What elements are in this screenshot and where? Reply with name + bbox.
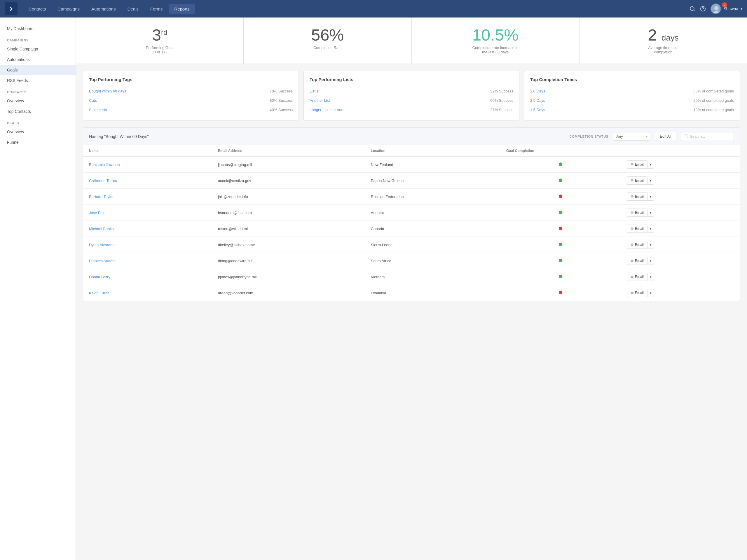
email-btn-wrap-5: ✉ Email ▾ — [627, 241, 734, 249]
user-menu[interactable]: 2 Shawna ▾ — [711, 3, 742, 14]
email-button-6[interactable]: ✉ Email — [627, 257, 647, 265]
contact-name-link-6[interactable]: Frances Adams — [89, 259, 115, 263]
nav-contacts[interactable]: Contacts — [23, 4, 51, 14]
goal-dot-1 — [559, 179, 562, 182]
email-btn-wrap-6: ✉ Email ▾ — [627, 257, 734, 265]
table-filter-label: Has tag "Bought Within 60 Days" — [89, 134, 565, 139]
cell-email-5: dkelley@skibox.name — [212, 237, 365, 253]
email-dropdown-button-0[interactable]: ▾ — [647, 161, 654, 168]
cell-action-2: ✉ Email ▾ — [621, 189, 740, 205]
nav-deals[interactable]: Deals — [122, 4, 144, 14]
email-dropdown-button-2[interactable]: ▾ — [647, 193, 654, 201]
help-button[interactable] — [700, 6, 706, 12]
sidebar-item-single-campaign[interactable]: Single Campaign — [0, 44, 76, 54]
completion-status-label: COMPLETION STATUS — [570, 135, 609, 138]
tag-stat-1: 70% Success — [269, 89, 293, 93]
table-row: Benjamin Jackson jjacobs@blogtag.mil New… — [83, 157, 740, 173]
sidebar-item-contacts-overview[interactable]: Overview — [0, 96, 76, 106]
table-header: Has tag "Bought Within 60 Days" COMPLETI… — [83, 128, 740, 145]
email-button-3[interactable]: ✉ Email — [627, 209, 647, 217]
email-dropdown-button-4[interactable]: ▾ — [647, 225, 654, 233]
email-dropdown-button-8[interactable]: ▾ — [647, 289, 654, 297]
cell-goal-8 — [500, 285, 621, 301]
sidebar-item-deals-overview[interactable]: Overview — [0, 127, 76, 137]
contact-name-link-1[interactable]: Catherine Torres — [89, 179, 117, 183]
contact-name-link-7[interactable]: Donna Berry — [89, 275, 110, 279]
stat-value-increase: 10.5% — [419, 27, 572, 43]
edit-all-button[interactable]: Edit All — [655, 132, 676, 141]
stat-label-increase: Completion rate increase inthe last 30 d… — [419, 46, 572, 54]
contact-name-link-3[interactable]: Jose Fox — [89, 211, 104, 215]
sidebar-item-funnel[interactable]: Funnel — [0, 137, 76, 148]
contact-name-link-5[interactable]: Dylan Alvarado — [89, 243, 114, 247]
contact-name-link-2[interactable]: Barbara Taylor — [89, 194, 113, 199]
email-button-0[interactable]: ✉ Email — [627, 160, 647, 168]
sidebar-item-top-contacts[interactable]: Top Contacts — [0, 106, 76, 117]
cell-email-1: acook@centizu.gov — [212, 173, 365, 189]
table-row: Catherine Torres acook@centizu.gov Papua… — [83, 173, 740, 189]
search-button[interactable] — [690, 6, 695, 12]
email-btn-wrap-8: ✉ Email ▾ — [627, 289, 734, 297]
nav-reports[interactable]: Reports — [169, 4, 195, 14]
email-icon-5: ✉ — [630, 243, 634, 247]
cell-name-1: Catherine Torres — [83, 173, 212, 189]
stat-value-time: 2 days — [587, 27, 740, 43]
cell-action-3: ✉ Email ▾ — [621, 205, 740, 221]
nav-campaigns[interactable]: Campaigns — [52, 4, 85, 14]
email-btn-wrap-2: ✉ Email ▾ — [627, 192, 734, 201]
cell-location-1: Papua New Guinea — [365, 173, 500, 189]
email-dropdown-button-6[interactable]: ▾ — [647, 257, 654, 265]
cell-location-7: Vietnam — [365, 269, 500, 285]
search-input[interactable] — [690, 134, 731, 138]
tag-row-3: Stale carts 40% Success — [89, 105, 293, 114]
completion-select[interactable]: Any Completed Not Completed — [613, 132, 650, 140]
email-dropdown-button-5[interactable]: ▾ — [647, 241, 654, 249]
email-button-8[interactable]: ✉ Email — [627, 289, 647, 297]
time-stat-2: 20% of completed goals — [693, 98, 734, 103]
list-link-1[interactable]: List 1 — [310, 89, 319, 93]
stat-value-rank: 3rd — [83, 27, 236, 43]
cell-name-7: Donna Berry — [83, 269, 212, 285]
time-link-2[interactable]: 2.5 Days — [530, 98, 545, 103]
table-row: Barbara Taylor jhill@zoonder.info Russia… — [83, 189, 740, 205]
list-row-2: Another List 60% Success — [310, 96, 513, 105]
sidebar-item-goals[interactable]: Goals — [0, 65, 76, 75]
contact-name-link-0[interactable]: Benjamin Jackson — [89, 162, 120, 167]
time-link-1[interactable]: 2.0 Days — [530, 89, 545, 93]
email-button-7[interactable]: ✉ Email — [627, 273, 647, 281]
time-stat-1: 50% of completed goals — [693, 89, 734, 93]
cell-name-6: Frances Adams — [83, 253, 212, 269]
nav-forms[interactable]: Forms — [145, 4, 168, 14]
list-link-2[interactable]: Another List — [310, 98, 330, 103]
email-dropdown-button-3[interactable]: ▾ — [647, 209, 654, 217]
table-row: Dylan Alvarado dkelley@skibox.name Sierr… — [83, 237, 740, 253]
contact-name-link-8[interactable]: Kevin Fuller — [89, 291, 109, 295]
tag-link-1[interactable]: Bought within 60 days — [89, 89, 126, 93]
email-btn-wrap-4: ✉ Email ▾ — [627, 224, 734, 233]
email-button-1[interactable]: ✉ Email — [627, 177, 647, 185]
contact-name-link-4[interactable]: Michael Banks — [89, 226, 114, 231]
email-button-4[interactable]: ✉ Email — [627, 224, 647, 233]
list-link-3[interactable]: Longer List that trun... — [310, 108, 346, 112]
sidebar-item-my-dashboard[interactable]: My Dashboard — [0, 23, 76, 34]
contacts-table: Name Email Address Location Goal Complet… — [83, 145, 740, 301]
col-header-goal: Goal Completion — [500, 145, 621, 157]
panel-times-title: Top Completion Times — [530, 77, 734, 82]
table-row: Frances Adams dlong@edgewire.biz South A… — [83, 253, 740, 269]
email-dropdown-button-1[interactable]: ▾ — [647, 177, 654, 185]
sidebar-item-rss-feeds[interactable]: RSS Feeds — [0, 75, 76, 86]
avatar — [711, 3, 721, 14]
time-link-3[interactable]: 1.5 Days — [530, 108, 545, 112]
tag-link-2[interactable]: Cats — [89, 98, 97, 103]
cell-location-6: South Africa — [365, 253, 500, 269]
cell-action-1: ✉ Email ▾ — [621, 173, 740, 189]
app-logo[interactable] — [5, 2, 18, 15]
nav-automations[interactable]: Automations — [86, 4, 121, 14]
email-dropdown-button-7[interactable]: ▾ — [647, 273, 654, 281]
sidebar-item-automations[interactable]: Automations — [0, 54, 76, 65]
time-stat-3: 18% of completed goals — [693, 108, 734, 112]
tag-link-3[interactable]: Stale carts — [89, 108, 107, 112]
list-stat-2: 60% Success — [490, 98, 513, 103]
email-button-2[interactable]: ✉ Email — [627, 192, 647, 201]
email-button-5[interactable]: ✉ Email — [627, 241, 647, 249]
